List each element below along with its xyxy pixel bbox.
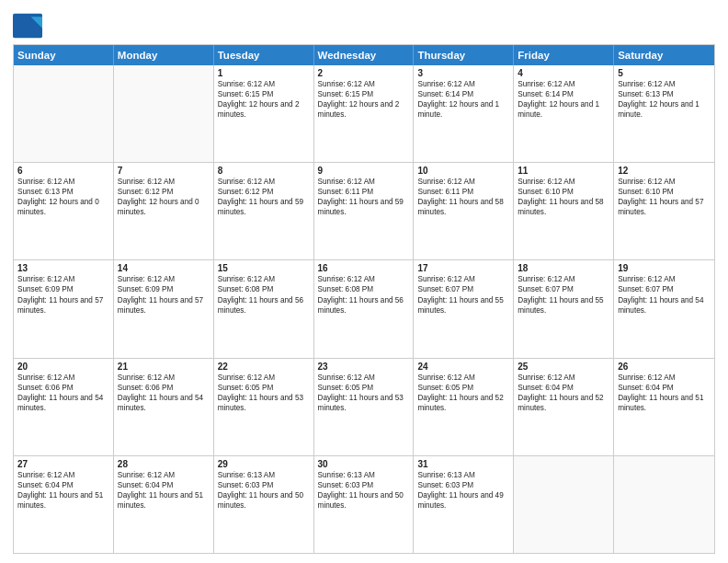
day-number: 27 [17,459,109,469]
day-number: 16 [318,263,410,273]
day-number: 2 [318,68,410,78]
day-info: Sunrise: 6:12 AM Sunset: 6:13 PM Dayligh… [618,79,711,120]
day-info: Sunrise: 6:12 AM Sunset: 6:08 PM Dayligh… [218,274,310,315]
day-cell-14: 14Sunrise: 6:12 AM Sunset: 6:09 PM Dayli… [114,260,214,357]
day-info: Sunrise: 6:12 AM Sunset: 6:14 PM Dayligh… [417,79,509,120]
empty-cell [614,456,714,553]
day-header-friday: Friday [514,45,614,65]
empty-cell [14,65,114,162]
calendar-week-4: 20Sunrise: 6:12 AM Sunset: 6:06 PM Dayli… [14,359,714,456]
day-number: 15 [218,263,310,273]
day-cell-11: 11Sunrise: 6:12 AM Sunset: 6:10 PM Dayli… [514,163,614,259]
day-number: 22 [218,362,310,372]
day-info: Sunrise: 6:12 AM Sunset: 6:07 PM Dayligh… [618,274,711,315]
page: SundayMondayTuesdayWednesdayThursdayFrid… [0,0,728,563]
day-info: Sunrise: 6:12 AM Sunset: 6:12 PM Dayligh… [218,177,310,217]
day-header-thursday: Thursday [414,45,514,65]
day-info: Sunrise: 6:12 AM Sunset: 6:05 PM Dayligh… [318,373,410,413]
day-number: 3 [417,68,509,78]
day-info: Sunrise: 6:12 AM Sunset: 6:06 PM Dayligh… [17,373,109,413]
day-number: 5 [618,68,711,78]
day-cell-10: 10Sunrise: 6:12 AM Sunset: 6:11 PM Dayli… [414,163,514,259]
day-number: 6 [17,166,109,176]
day-info: Sunrise: 6:12 AM Sunset: 6:04 PM Dayligh… [518,373,609,413]
day-header-wednesday: Wednesday [314,45,415,65]
day-cell-28: 28Sunrise: 6:12 AM Sunset: 6:04 PM Dayli… [114,456,214,553]
day-cell-17: 17Sunrise: 6:12 AM Sunset: 6:07 PM Dayli… [414,260,514,357]
day-info: Sunrise: 6:13 AM Sunset: 6:03 PM Dayligh… [417,470,509,511]
day-number: 10 [417,166,509,176]
day-number: 25 [518,362,609,372]
day-info: Sunrise: 6:12 AM Sunset: 6:12 PM Dayligh… [118,177,210,217]
day-cell-31: 31Sunrise: 6:13 AM Sunset: 6:03 PM Dayli… [414,456,514,553]
day-cell-18: 18Sunrise: 6:12 AM Sunset: 6:07 PM Dayli… [514,260,614,357]
day-cell-16: 16Sunrise: 6:12 AM Sunset: 6:08 PM Dayli… [314,260,415,357]
day-info: Sunrise: 6:12 AM Sunset: 6:07 PM Dayligh… [417,274,509,315]
day-info: Sunrise: 6:12 AM Sunset: 6:14 PM Dayligh… [518,79,609,120]
day-info: Sunrise: 6:12 AM Sunset: 6:08 PM Dayligh… [318,274,410,315]
day-info: Sunrise: 6:12 AM Sunset: 6:07 PM Dayligh… [518,274,609,315]
svg-rect-2 [15,15,31,36]
day-info: Sunrise: 6:12 AM Sunset: 6:15 PM Dayligh… [218,79,310,120]
day-info: Sunrise: 6:12 AM Sunset: 6:09 PM Dayligh… [17,274,109,315]
day-number: 29 [218,459,310,469]
day-header-sunday: Sunday [14,45,114,65]
day-cell-3: 3Sunrise: 6:12 AM Sunset: 6:14 PM Daylig… [414,65,514,162]
day-cell-6: 6Sunrise: 6:12 AM Sunset: 6:13 PM Daylig… [14,163,114,259]
day-info: Sunrise: 6:13 AM Sunset: 6:03 PM Dayligh… [218,470,310,511]
day-cell-15: 15Sunrise: 6:12 AM Sunset: 6:08 PM Dayli… [214,260,314,357]
day-cell-12: 12Sunrise: 6:12 AM Sunset: 6:10 PM Dayli… [614,163,714,259]
day-info: Sunrise: 6:12 AM Sunset: 6:10 PM Dayligh… [618,177,711,217]
day-info: Sunrise: 6:12 AM Sunset: 6:11 PM Dayligh… [318,177,410,217]
day-number: 4 [518,68,609,78]
day-number: 8 [218,166,310,176]
day-cell-26: 26Sunrise: 6:12 AM Sunset: 6:04 PM Dayli… [614,359,714,455]
day-cell-23: 23Sunrise: 6:12 AM Sunset: 6:05 PM Dayli… [314,359,415,455]
day-cell-24: 24Sunrise: 6:12 AM Sunset: 6:05 PM Dayli… [414,359,514,455]
day-number: 12 [618,166,711,176]
day-number: 14 [118,263,210,273]
day-number: 26 [618,362,711,372]
day-info: Sunrise: 6:12 AM Sunset: 6:04 PM Dayligh… [17,470,109,511]
day-header-tuesday: Tuesday [214,45,314,65]
day-info: Sunrise: 6:12 AM Sunset: 6:15 PM Dayligh… [318,79,410,120]
calendar-week-3: 13Sunrise: 6:12 AM Sunset: 6:09 PM Dayli… [14,260,714,358]
calendar-week-1: 1Sunrise: 6:12 AM Sunset: 6:15 PM Daylig… [14,65,714,163]
day-info: Sunrise: 6:12 AM Sunset: 6:13 PM Dayligh… [17,177,109,217]
day-cell-8: 8Sunrise: 6:12 AM Sunset: 6:12 PM Daylig… [214,163,314,259]
day-number: 17 [417,263,509,273]
day-cell-7: 7Sunrise: 6:12 AM Sunset: 6:12 PM Daylig… [114,163,214,259]
header [13,9,715,39]
empty-cell [514,456,614,553]
day-number: 9 [318,166,410,176]
day-number: 18 [518,263,609,273]
day-cell-9: 9Sunrise: 6:12 AM Sunset: 6:11 PM Daylig… [314,163,415,259]
day-number: 19 [618,263,711,273]
day-number: 20 [17,362,109,372]
day-cell-5: 5Sunrise: 6:12 AM Sunset: 6:13 PM Daylig… [614,65,714,162]
day-info: Sunrise: 6:12 AM Sunset: 6:10 PM Dayligh… [518,177,609,217]
logo [13,13,46,39]
day-number: 31 [417,459,509,469]
calendar-week-2: 6Sunrise: 6:12 AM Sunset: 6:13 PM Daylig… [14,163,714,260]
day-info: Sunrise: 6:12 AM Sunset: 6:09 PM Dayligh… [118,274,210,315]
day-cell-20: 20Sunrise: 6:12 AM Sunset: 6:06 PM Dayli… [14,359,114,455]
day-cell-4: 4Sunrise: 6:12 AM Sunset: 6:14 PM Daylig… [514,65,614,162]
day-cell-13: 13Sunrise: 6:12 AM Sunset: 6:09 PM Dayli… [14,260,114,357]
day-number: 28 [118,459,210,469]
day-header-monday: Monday [114,45,214,65]
day-info: Sunrise: 6:13 AM Sunset: 6:03 PM Dayligh… [318,470,410,511]
day-info: Sunrise: 6:12 AM Sunset: 6:05 PM Dayligh… [417,373,509,413]
day-cell-21: 21Sunrise: 6:12 AM Sunset: 6:06 PM Dayli… [114,359,214,455]
day-number: 21 [118,362,210,372]
day-cell-29: 29Sunrise: 6:13 AM Sunset: 6:03 PM Dayli… [214,456,314,553]
logo-icon [13,13,42,39]
day-number: 23 [318,362,410,372]
day-cell-25: 25Sunrise: 6:12 AM Sunset: 6:04 PM Dayli… [514,359,614,455]
empty-cell [114,65,214,162]
day-info: Sunrise: 6:12 AM Sunset: 6:05 PM Dayligh… [218,373,310,413]
day-cell-19: 19Sunrise: 6:12 AM Sunset: 6:07 PM Dayli… [614,260,714,357]
day-info: Sunrise: 6:12 AM Sunset: 6:04 PM Dayligh… [118,470,210,511]
calendar-body: 1Sunrise: 6:12 AM Sunset: 6:15 PM Daylig… [14,65,714,553]
day-number: 24 [417,362,509,372]
